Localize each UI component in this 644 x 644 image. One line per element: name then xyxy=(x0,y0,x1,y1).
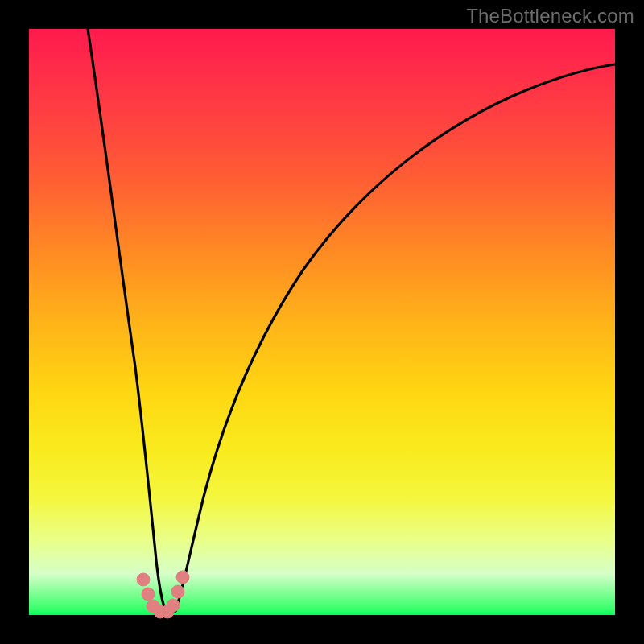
chart-frame: TheBottleneck.com xyxy=(0,0,644,644)
marker-dot xyxy=(167,599,180,612)
curve-right-branch xyxy=(175,64,615,611)
marker-dot xyxy=(176,571,189,584)
marker-cluster xyxy=(137,571,189,618)
watermark-text: TheBottleneck.com xyxy=(466,5,634,27)
curve-left-branch xyxy=(88,29,166,611)
plot-area xyxy=(29,29,615,615)
marker-dot xyxy=(171,585,184,598)
marker-dot xyxy=(137,573,150,586)
curve-layer xyxy=(29,29,615,615)
marker-dot xyxy=(142,588,155,601)
